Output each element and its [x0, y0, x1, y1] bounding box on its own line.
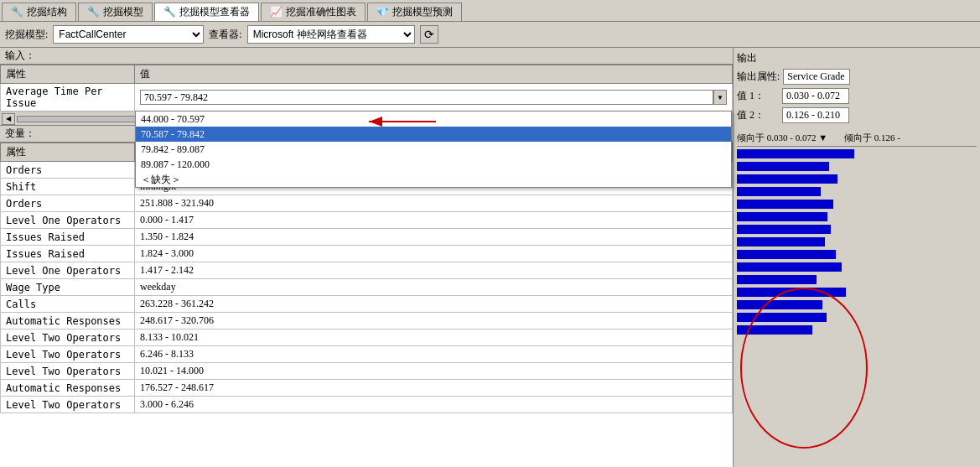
right-panel: 输出 输出属性: Service Grade 值 1： 0.030 - 0.07… [734, 48, 980, 467]
var-row-11: Level Two Operators6.246 - 8.133 [1, 346, 733, 363]
structure-icon: 🔧 [11, 6, 23, 18]
var-attr-11: Level Two Operators [1, 346, 135, 363]
bar-row-10 [737, 274, 977, 285]
var-attr-3: Level One Operators [1, 212, 135, 229]
bar-row-1 [737, 161, 977, 172]
var-attr-1: Shift [1, 179, 135, 195]
input-val-header: 值 [135, 65, 733, 84]
tab-bar: 🔧 挖掘结构 🔧 挖掘模型 🔧 挖掘模型查看器 📈 挖掘准确性图表 💎 挖掘模型… [0, 0, 980, 22]
var-row-13: Automatic Responses176.527 - 248.617 [1, 380, 733, 397]
tab-viewer[interactable]: 🔧 挖掘模型查看器 [154, 3, 259, 21]
dropdown-option-3[interactable]: 79.842 - 89.087 [136, 142, 731, 157]
var-val-3: 0.000 - 1.417 [135, 212, 733, 229]
var-row-14: Level Two Operators3.000 - 6.246 [1, 397, 733, 413]
bar-left-11 [737, 288, 846, 297]
var-attr-header: 属性 [1, 143, 135, 162]
var-attr-0: Orders [1, 162, 135, 179]
var-row-2: Orders251.808 - 321.940 [1, 195, 733, 212]
model-label: 挖掘模型: [5, 28, 48, 42]
bar-row-3 [737, 186, 977, 197]
var-row-9: Automatic Responses248.617 - 320.706 [1, 313, 733, 329]
output-val1-label: 值 1： [737, 89, 779, 103]
bar-left-12 [737, 300, 822, 309]
bar-row-7 [737, 236, 977, 247]
var-attr-10: Level Two Operators [1, 329, 135, 346]
output-val2-row: 值 2： 0.126 - 0.210 [737, 107, 977, 123]
var-row-12: Level Two Operators10.021 - 14.000 [1, 363, 733, 380]
dropdown-popup[interactable]: 44.000 - 70.597 70.587 - 79.842 79.842 -… [135, 111, 732, 188]
bar-row-8 [737, 249, 977, 260]
bar-left-14 [737, 325, 812, 335]
var-attr-4: Issues Raised [1, 229, 135, 246]
tab-prediction[interactable]: 💎 挖掘模型预测 [367, 3, 462, 21]
chart-bars [737, 148, 977, 335]
bar-row-9 [737, 262, 977, 272]
variables-scroll[interactable]: 属性 值 Orders321.940 - 539.000Shiftmidnigh… [0, 143, 733, 467]
input-attr-header: 属性 [1, 65, 135, 84]
tab-accuracy[interactable]: 📈 挖掘准确性图表 [261, 3, 366, 21]
bar-left-1 [737, 162, 829, 171]
input-val-cell[interactable]: 70.597 - 79.842 ▼ 44.000 - 70.597 70.587… [135, 84, 733, 112]
dropdown-option-2[interactable]: 70.587 - 79.842 [136, 127, 731, 142]
output-val1-row: 值 1： 0.030 - 0.072 [737, 88, 977, 104]
viewer-select[interactable]: Microsoft 神经网络查看器 [247, 25, 415, 44]
tab-prediction-label: 挖掘模型预测 [392, 5, 453, 19]
var-attr-6: Level One Operators [1, 262, 135, 279]
tab-viewer-label: 挖掘模型查看器 [179, 5, 250, 19]
dropdown-option-5[interactable]: ＜缺失＞ [136, 172, 731, 187]
chart-header: 倾向于 0.030 - 0.072 ▼ 倾向于 0.126 - [737, 132, 977, 147]
var-row-3: Level One Operators0.000 - 1.417 [1, 212, 733, 229]
var-val-4: 1.350 - 1.824 [135, 229, 733, 246]
var-attr-14: Level Two Operators [1, 397, 135, 413]
output-title: 输出 [737, 51, 977, 65]
refresh-button[interactable]: ⟳ [420, 25, 438, 44]
var-attr-12: Level Two Operators [1, 363, 135, 380]
output-val1-value: 0.030 - 0.072 [782, 88, 849, 104]
bar-row-13 [737, 312, 977, 323]
var-val-10: 8.133 - 10.021 [135, 329, 733, 346]
bar-row-2 [737, 174, 977, 184]
output-attr-value: Service Grade [783, 69, 850, 85]
var-val-6: 1.417 - 2.142 [135, 262, 733, 279]
bar-left-2 [737, 174, 837, 184]
chart-col1-label: 倾向于 0.030 - 0.072 ▼ [737, 132, 827, 144]
tab-structure[interactable]: 🔧 挖掘结构 [2, 3, 76, 21]
bar-left-13 [737, 313, 827, 322]
toolbar: 挖掘模型: FactCallCenter 查看器: Microsoft 神经网络… [0, 22, 980, 48]
tab-model[interactable]: 🔧 挖掘模型 [78, 3, 153, 21]
model-select[interactable]: FactCallCenter [53, 25, 204, 44]
var-row-5: Issues Raised1.824 - 3.000 [1, 246, 733, 262]
model-icon: 🔧 [87, 6, 100, 18]
bar-left-0 [737, 149, 854, 158]
bar-left-8 [737, 250, 836, 259]
chart-area: 倾向于 0.030 - 0.072 ▼ 倾向于 0.126 - [737, 132, 977, 464]
dropdown-option-1[interactable]: 44.000 - 70.597 [136, 112, 731, 127]
input-title: 输入： [0, 48, 733, 65]
output-val2-value: 0.126 - 0.210 [782, 107, 849, 123]
bar-row-6 [737, 224, 977, 235]
bar-left-9 [737, 262, 842, 272]
var-row-6: Level One Operators1.417 - 2.142 [1, 262, 733, 279]
bar-row-14 [737, 324, 977, 335]
var-val-8: 263.228 - 361.242 [135, 296, 733, 313]
dropdown-display: 70.597 - 79.842 [140, 90, 713, 105]
dropdown-arrow-button[interactable]: ▼ [713, 90, 727, 105]
var-val-14: 3.000 - 6.246 [135, 397, 733, 413]
var-val-2: 251.808 - 321.940 [135, 195, 733, 212]
bar-row-11 [737, 287, 977, 298]
var-val-5: 1.824 - 3.000 [135, 246, 733, 262]
var-val-13: 176.527 - 248.617 [135, 380, 733, 397]
scroll-left-btn[interactable]: ◀ [2, 113, 15, 125]
bar-row-5 [737, 211, 977, 222]
var-row-10: Level Two Operators8.133 - 10.021 [1, 329, 733, 346]
var-attr-8: Calls [1, 296, 135, 313]
bar-row-12 [737, 299, 977, 310]
var-row-8: Calls263.228 - 361.242 [1, 296, 733, 313]
var-row-4: Issues Raised1.350 - 1.824 [1, 229, 733, 246]
accuracy-icon: 📈 [270, 6, 283, 18]
dropdown-option-4[interactable]: 89.087 - 120.000 [136, 157, 731, 172]
tab-structure-label: 挖掘结构 [27, 5, 67, 19]
input-table: 属性 值 Average Time Per Issue [0, 65, 733, 112]
bar-left-5 [737, 212, 827, 221]
var-attr-13: Automatic Responses [1, 380, 135, 397]
